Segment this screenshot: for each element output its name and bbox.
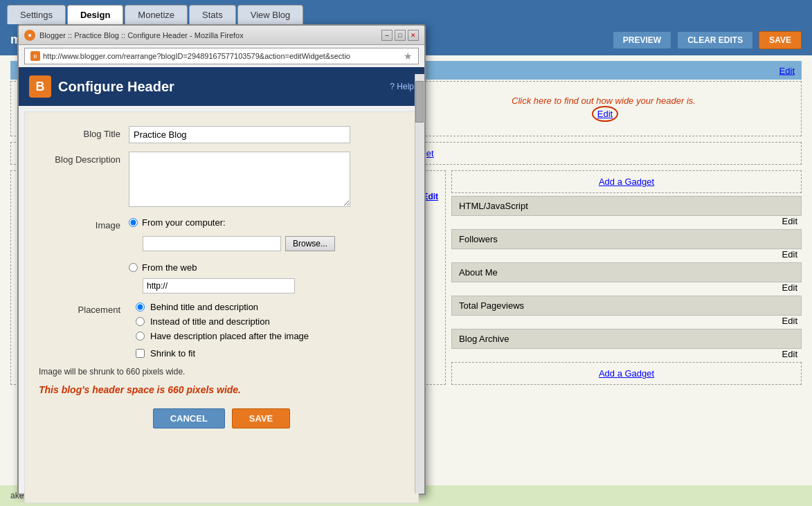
help-link[interactable]: ? Help [390,82,414,91]
from-computer-label: From your computer: [142,217,226,228]
address-icon: B [30,51,40,61]
sidebar-add-gadget-bottom-link[interactable]: Add a Gadget [599,368,654,379]
placement-behind-radio[interactable] [136,302,145,311]
placement-row: Placement Behind title and description I… [39,302,404,359]
placement-behind: Behind title and description [136,302,404,312]
sidebar-column: Add a Gadget HTML/JavaScript Edit Fo [451,170,802,385]
configure-header-title: Configure Header [58,79,383,95]
from-computer-radio[interactable] [129,218,138,227]
blog-title-field [129,126,404,143]
placement-after: Have description placed after the image [136,331,404,341]
header-buttons: PREVIEW CLEAR EDITS SAVE [613,31,802,49]
widget-html-javascript: HTML/JavaScript Edit [451,196,802,226]
widget-followers-edit[interactable]: Edit [782,249,797,260]
placement-label: Placement [39,302,129,315]
shrink-checkbox[interactable] [136,349,145,358]
from-web-label: From the web [142,262,197,273]
save-button-main[interactable]: SAVE [759,31,802,49]
note-text-content: Image will be shrunk to 660 pixels wide. [39,367,185,377]
form-area: Blog Title Blog Description Image [24,111,419,503]
sidebar-add-gadget-bottom: Add a Gadget [451,362,802,385]
blog-description-row: Blog Description [39,152,404,209]
widget-total-pageviews-label: Total Pageviews [459,300,524,311]
placement-field: Behind title and description Instead of … [129,302,404,359]
minimize-button[interactable]: – [381,30,393,41]
widget-html-javascript-edit[interactable]: Edit [782,216,797,226]
browser-title: Blogger :: Practice Blog :: Configure He… [39,31,377,39]
form-buttons: CANCEL SAVE [39,408,404,428]
shrink-option: Shrink to fit [136,348,404,359]
widget-blog-archive-edit[interactable]: Edit [782,349,797,359]
widget-total-pageviews-inner: Total Pageviews [451,296,802,316]
placement-options: Behind title and description Instead of … [136,302,404,359]
browser-window: ● Blogger :: Practice Blog :: Configure … [17,24,426,495]
widget-about-me-inner: About Me [451,262,802,282]
maximize-button[interactable]: □ [395,30,406,41]
blog-title-input[interactable] [129,126,350,143]
blog-description-label: Blog Description [39,152,129,165]
placement-instead: Instead of title and description [136,316,404,327]
widget-blog-archive-label: Blog Archive [459,334,509,344]
image-field: From your computer: Browse... From the w… [129,217,404,293]
widget-about-me-edit[interactable]: Edit [782,282,797,293]
bookmark-star-icon[interactable]: ★ [404,51,413,62]
blogger-b-icon: B [29,75,51,98]
annotation-text: This blog's header space is 660 pixels w… [39,383,404,397]
close-button[interactable]: ✕ [408,30,419,41]
widget-total-pageviews-edit[interactable]: Edit [782,316,797,326]
browser-addressbar: B http://www.blogger.com/rearrange?blogI… [24,48,419,64]
browser-titlebar: ● Blogger :: Practice Blog :: Configure … [19,26,424,45]
widget-blog-archive: Blog Archive Edit [451,329,802,359]
placement-behind-label: Behind title and description [150,302,258,312]
from-web-radio[interactable] [129,263,138,272]
sidebar-add-gadget-top: Add a Gadget [451,170,802,193]
placement-after-label: Have description placed after the image [150,331,309,341]
file-path-input[interactable] [143,236,281,251]
clear-edits-button[interactable]: CLEAR EDITS [677,31,753,49]
browse-button[interactable]: Browse... [285,236,335,251]
header-edit-link[interactable]: Edit [592,106,618,122]
address-text: http://www.blogger.com/rearrange?blogID=… [43,52,401,60]
from-web-row: From the web [129,262,404,273]
blog-title-label: Blog Title [39,126,129,139]
header-right: Click here to find out how wide your hea… [406,82,801,136]
file-input-row: Browse... [143,236,404,251]
configure-header-bar: B Configure Header ? Help [19,67,424,106]
navbar-edit-link[interactable]: Edit [779,65,795,75]
widget-html-javascript-label: HTML/JavaScript [459,201,528,211]
header-hint: Click here to find out how wide your hea… [512,96,696,106]
widget-about-me-label: About Me [459,267,498,278]
modal-overlay: ● Blogger :: Practice Blog :: Configure … [0,0,450,506]
widget-about-me: About Me Edit [451,262,802,293]
from-computer-row: From your computer: [129,217,404,228]
image-label: Image [39,217,129,231]
shrink-label: Shrink to fit [150,348,195,359]
widget-followers-inner: Followers [451,229,802,249]
scrollbar-thumb[interactable] [415,81,424,123]
widget-blog-archive-inner: Blog Archive [451,329,802,349]
widget-followers: Followers Edit [451,229,802,260]
browser-controls: – □ ✕ [381,30,419,41]
placement-after-radio[interactable] [136,332,145,341]
image-row: Image From your computer: Browse... Fro [39,217,404,293]
save-button-modal[interactable]: SAVE [232,408,290,428]
placement-instead-radio[interactable] [136,317,145,326]
blog-description-input[interactable] [129,152,350,207]
preview-button[interactable]: PREVIEW [613,31,671,49]
blog-description-field [129,152,404,209]
placement-instead-label: Instead of title and description [150,316,270,327]
widget-followers-label: Followers [459,234,498,244]
sidebar-add-gadget-top-link[interactable]: Add a Gadget [599,177,654,187]
cancel-button[interactable]: CANCEL [153,408,225,428]
blog-title-row: Blog Title [39,126,404,143]
widget-total-pageviews: Total Pageviews Edit [451,296,802,326]
firefox-icon: ● [24,30,35,41]
url-input[interactable] [143,278,295,293]
browser-scrollbar[interactable] [415,74,424,494]
note-text: Image will be shrunk to 660 pixels wide. [39,367,404,377]
widget-html-javascript-inner: HTML/JavaScript [451,196,802,216]
